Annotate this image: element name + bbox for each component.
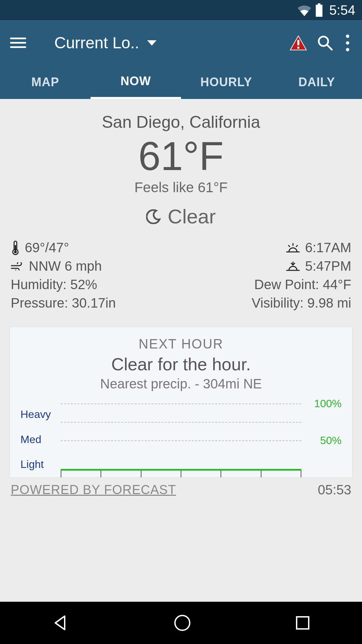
recent-apps-button[interactable] bbox=[295, 615, 311, 631]
pressure-row: Pressure: 30.17in bbox=[11, 296, 116, 311]
feels-like: Feels like 61°F bbox=[9, 179, 353, 196]
humidity-row: Humidity: 52% bbox=[11, 277, 116, 292]
spacer bbox=[9, 497, 353, 598]
dew-point-row: Dew Point: 44°F bbox=[254, 277, 351, 292]
overflow-menu-icon[interactable] bbox=[343, 35, 352, 51]
wind-row: NNW 6 mph bbox=[11, 259, 116, 274]
chart-y-right: 100% 50% bbox=[301, 404, 342, 477]
app-bar: Current Lo.. MAP NOW HOURLY DAILY bbox=[0, 20, 362, 99]
svg-point-16 bbox=[175, 615, 190, 630]
battery-icon bbox=[315, 3, 323, 17]
tab-hourly[interactable]: HOURLY bbox=[181, 65, 272, 99]
chevron-down-icon bbox=[147, 40, 157, 46]
current-temperature: 61°F bbox=[9, 134, 353, 178]
alert-icon[interactable] bbox=[290, 35, 307, 51]
app-bar-top: Current Lo.. bbox=[0, 20, 362, 65]
dew-point-value: Dew Point: 44°F bbox=[254, 277, 351, 292]
svg-line-12 bbox=[288, 245, 290, 247]
svg-rect-17 bbox=[297, 617, 309, 629]
status-bar: 5:54 bbox=[0, 0, 362, 20]
last-updated: 05:53 bbox=[318, 482, 351, 497]
location-name: San Diego, California bbox=[9, 112, 353, 132]
location-dropdown[interactable]: Current Lo.. bbox=[36, 34, 280, 52]
next-hour-title: NEXT HOUR bbox=[20, 336, 342, 352]
svg-rect-9 bbox=[15, 245, 16, 251]
details-grid: 69°/47° NNW 6 mph Humidity: 52% Pressure… bbox=[9, 240, 353, 311]
visibility-row: Visibility: 9.98 mi bbox=[252, 296, 351, 311]
y-right-100: 100% bbox=[314, 397, 342, 410]
sunset-value: 5:47PM bbox=[305, 259, 351, 274]
tab-bar: MAP NOW HOURLY DAILY bbox=[0, 65, 362, 99]
gridline-50 bbox=[61, 440, 301, 441]
chart-area bbox=[61, 404, 301, 477]
condition-text: Clear bbox=[168, 205, 216, 228]
y-right-50: 50% bbox=[320, 434, 342, 447]
hi-lo-row: 69°/47° bbox=[11, 240, 116, 255]
home-button[interactable] bbox=[173, 613, 192, 632]
y-label-light: Light bbox=[20, 458, 61, 471]
menu-icon[interactable] bbox=[10, 35, 26, 51]
android-nav-bar bbox=[0, 602, 362, 644]
condition-row: Clear bbox=[9, 205, 353, 228]
y-label-med: Med bbox=[20, 433, 61, 446]
location-label: Current Lo.. bbox=[54, 34, 139, 52]
search-icon[interactable] bbox=[316, 34, 334, 52]
hi-lo-value: 69°/47° bbox=[25, 240, 69, 255]
sunrise-row: 6:17AM bbox=[286, 240, 351, 255]
svg-rect-2 bbox=[297, 40, 299, 45]
sunset-icon bbox=[286, 261, 300, 272]
tab-map[interactable]: MAP bbox=[0, 65, 90, 99]
svg-point-8 bbox=[14, 251, 17, 253]
thermometer-icon bbox=[11, 240, 20, 255]
details-left: 69°/47° NNW 6 mph Humidity: 52% Pressure… bbox=[11, 240, 116, 311]
main-content: San Diego, California 61°F Feels like 61… bbox=[0, 99, 362, 598]
sunset-row: 5:47PM bbox=[286, 259, 351, 274]
sunrise-icon bbox=[286, 243, 300, 253]
humidity-value: Humidity: 52% bbox=[11, 277, 97, 292]
svg-rect-3 bbox=[297, 47, 299, 49]
clear-night-icon bbox=[146, 209, 161, 224]
gridline-100 bbox=[61, 404, 301, 404]
chart-y-left: Heavy Med Light bbox=[20, 404, 61, 477]
next-hour-card: NEXT HOUR Clear for the hour. Nearest pr… bbox=[9, 327, 353, 478]
tab-now[interactable]: NOW bbox=[90, 65, 181, 99]
next-hour-subline: Nearest precip. - 304mi NE bbox=[20, 376, 342, 391]
details-right: 6:17AM 5:47PM Dew Point: 44°F Visibility… bbox=[252, 240, 351, 311]
svg-line-5 bbox=[327, 45, 332, 50]
wind-value: NNW 6 mph bbox=[29, 259, 102, 274]
precip-chart: Heavy Med Light 100% 50% bbox=[20, 404, 342, 477]
pressure-value: Pressure: 30.17in bbox=[11, 296, 116, 311]
status-time: 5:54 bbox=[329, 3, 355, 18]
svg-line-13 bbox=[296, 245, 298, 247]
powered-by-link[interactable]: POWERED BY FORECAST bbox=[11, 483, 176, 497]
sunrise-value: 6:17AM bbox=[305, 240, 351, 255]
wind-icon bbox=[11, 262, 24, 270]
wifi-icon bbox=[297, 4, 312, 16]
gridline-75 bbox=[61, 422, 301, 423]
tab-daily[interactable]: DAILY bbox=[272, 65, 362, 99]
next-hour-headline: Clear for the hour. bbox=[20, 354, 342, 374]
footer-row: POWERED BY FORECAST 05:53 bbox=[9, 482, 353, 497]
svg-rect-0 bbox=[318, 3, 320, 5]
visibility-value: Visibility: 9.98 mi bbox=[252, 296, 351, 311]
back-button[interactable] bbox=[51, 613, 70, 632]
x-ticks bbox=[61, 471, 301, 477]
y-label-heavy: Heavy bbox=[20, 408, 61, 421]
svg-rect-1 bbox=[316, 5, 322, 17]
